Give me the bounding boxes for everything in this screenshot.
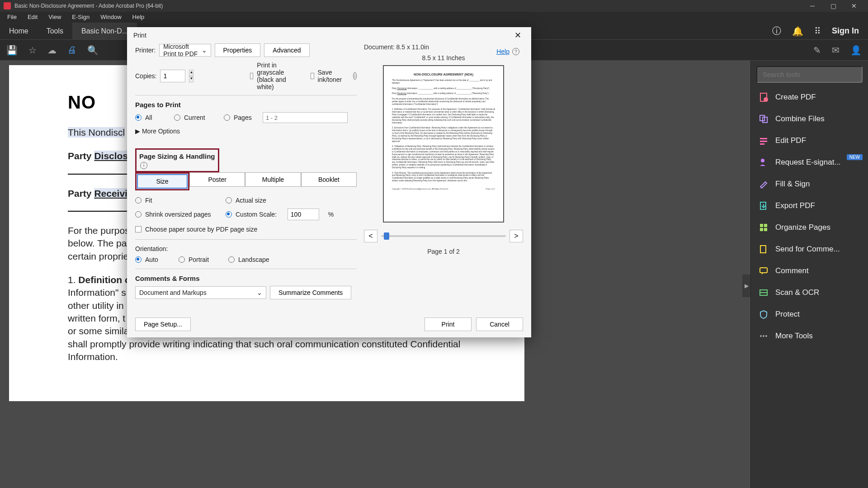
tool-edit-pdf[interactable]: Edit PDF: [751, 130, 868, 152]
preview-prev-button[interactable]: <: [364, 230, 377, 242]
properties-button[interactable]: Properties: [215, 43, 261, 57]
tab-home[interactable]: Home: [0, 23, 38, 39]
radio-custom-scale[interactable]: [226, 211, 232, 218]
cloud-upload-icon[interactable]: ☁: [47, 45, 57, 56]
svg-point-1: [764, 97, 768, 102]
minimize-button[interactable]: ─: [802, 0, 823, 12]
chevron-down-icon: ⌄: [257, 289, 262, 296]
svg-rect-10: [764, 224, 767, 227]
page-setup-button[interactable]: Page Setup...: [135, 317, 191, 331]
radio-auto[interactable]: [135, 256, 142, 263]
radio-shrink[interactable]: [135, 211, 142, 218]
edit-pdf-icon: [759, 136, 768, 145]
tool-fill-sign[interactable]: Fill & Sign: [751, 173, 868, 195]
ink-info-icon[interactable]: i: [353, 72, 357, 80]
copies-label: Copies:: [135, 72, 156, 80]
sizing-handling-title: Page Sizing & Handling: [139, 152, 215, 160]
cancel-button[interactable]: Cancel: [476, 317, 523, 331]
menu-edit[interactable]: Edit: [22, 12, 43, 23]
tool-send-comments[interactable]: Send for Comme...: [751, 238, 868, 260]
tool-export-pdf[interactable]: Export PDF: [751, 195, 868, 217]
copies-spinner[interactable]: ▲▼: [189, 70, 193, 82]
close-button[interactable]: ✕: [844, 0, 864, 12]
search-icon[interactable]: 🔍: [87, 45, 99, 56]
organize-icon: [759, 223, 768, 232]
save-ink-checkbox[interactable]: [311, 73, 314, 79]
star-icon[interactable]: ☆: [28, 45, 37, 56]
tool-more-tools[interactable]: More Tools: [751, 325, 868, 347]
preview-slider[interactable]: [381, 235, 506, 237]
notifications-icon[interactable]: 🔔: [792, 26, 803, 37]
radio-actual-size[interactable]: [226, 197, 232, 204]
svg-point-18: [763, 335, 764, 337]
radio-pages[interactable]: [224, 114, 230, 121]
tool-comment[interactable]: Comment: [751, 260, 868, 282]
menu-help[interactable]: Help: [127, 12, 150, 23]
more-tools-icon: [759, 332, 768, 341]
comments-dropdown[interactable]: Document and Markups⌄: [135, 286, 266, 299]
help-icon[interactable]: ⓘ: [772, 25, 781, 37]
sizing-info-icon[interactable]: i: [140, 162, 147, 169]
titlebar: Basic Non-Disclosure Agreement - Adobe A…: [0, 0, 868, 12]
signature-icon[interactable]: ✎: [813, 45, 821, 56]
document-dimensions: Document: 8.5 x 11.0in: [364, 43, 429, 51]
dialog-title: Print: [133, 32, 146, 39]
slider-thumb[interactable]: [384, 232, 389, 240]
preview-next-button[interactable]: >: [509, 230, 523, 242]
grayscale-checkbox[interactable]: [250, 73, 253, 79]
scale-input[interactable]: [288, 208, 319, 220]
poster-tab[interactable]: Poster: [189, 172, 245, 187]
sign-in-button[interactable]: Sign In: [832, 26, 859, 36]
maximize-button[interactable]: ▢: [823, 0, 844, 12]
print-button[interactable]: Print: [425, 317, 472, 331]
menu-window[interactable]: Window: [95, 12, 127, 23]
send-comments-icon: [759, 245, 768, 254]
svg-point-17: [760, 335, 762, 337]
radio-fit[interactable]: [135, 197, 142, 204]
search-tools-input[interactable]: [756, 66, 863, 83]
mail-icon[interactable]: ✉: [832, 45, 840, 56]
pages-to-print-title: Pages to Print: [135, 101, 357, 109]
tool-organize-pages[interactable]: Organize Pages: [751, 217, 868, 238]
booklet-tab[interactable]: Booklet: [301, 172, 357, 187]
copies-input[interactable]: [160, 70, 185, 82]
menubar: File Edit View E-Sign Window Help: [0, 12, 868, 23]
multiple-tab[interactable]: Multiple: [245, 172, 301, 187]
pages-range-input[interactable]: [263, 112, 348, 123]
tool-create-pdf[interactable]: Create PDF: [751, 86, 868, 108]
menu-view[interactable]: View: [43, 12, 66, 23]
svg-rect-11: [760, 228, 763, 231]
dialog-close-button[interactable]: ✕: [511, 28, 525, 42]
right-panel-handle[interactable]: ▶: [742, 275, 750, 297]
svg-rect-4: [760, 138, 767, 139]
tool-scan-ocr[interactable]: Scan & OCR: [751, 282, 868, 303]
print-icon[interactable]: 🖨: [67, 45, 76, 55]
radio-all[interactable]: [135, 114, 142, 121]
tool-combine-files[interactable]: Combine Files: [751, 108, 868, 130]
svg-rect-9: [760, 224, 763, 227]
radio-current[interactable]: [174, 114, 180, 121]
radio-portrait[interactable]: [179, 256, 185, 263]
avatar-icon[interactable]: 👤: [850, 45, 862, 56]
choose-paper-checkbox[interactable]: [135, 226, 142, 232]
size-tab[interactable]: Size: [137, 174, 188, 189]
save-icon[interactable]: 💾: [6, 45, 18, 56]
tool-protect[interactable]: Protect: [751, 303, 868, 325]
esignature-icon: [759, 158, 768, 167]
svg-rect-5: [760, 141, 767, 142]
advanced-button[interactable]: Advanced: [264, 43, 309, 57]
menu-esign[interactable]: E-Sign: [66, 12, 95, 23]
fill-sign-icon: [759, 180, 768, 189]
radio-landscape[interactable]: [228, 256, 235, 263]
apps-grid-icon[interactable]: ⠿: [814, 26, 821, 37]
printer-select[interactable]: Microsoft Print to PDF⌄: [159, 44, 211, 57]
tab-tools[interactable]: Tools: [38, 23, 72, 39]
help-info-icon[interactable]: ?: [512, 48, 519, 55]
summarize-comments-button[interactable]: Summarize Comments: [270, 286, 351, 299]
tool-request-esignature[interactable]: Request E-signat...NEW: [751, 152, 868, 173]
help-link[interactable]: Help: [496, 48, 509, 55]
comment-icon: [759, 266, 768, 275]
menu-file[interactable]: File: [2, 12, 22, 23]
more-options-toggle[interactable]: ▶ More Options: [135, 128, 357, 135]
print-preview: NON-DISCLOSURE AGREEMENT (NDA) This Nond…: [383, 65, 504, 223]
